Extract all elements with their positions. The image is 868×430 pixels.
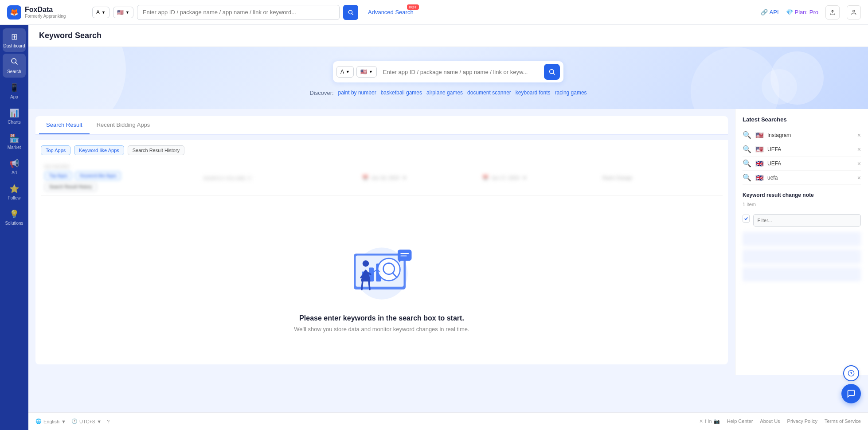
history-btn2[interactable]: Search Result History (44, 182, 97, 192)
hero-country-selector[interactable]: 🇺🇸▼ (356, 66, 377, 78)
sidebar-item-market[interactable]: 🏪 Market (3, 130, 26, 153)
logo-area: 🦊 FoxData Formerly Appranking (7, 5, 87, 20)
user-button[interactable] (847, 5, 861, 20)
content-area: Search Result Recent Bidding Apps Top Ap… (28, 109, 868, 375)
language-label: English (43, 419, 59, 424)
hero-search-input[interactable] (379, 67, 541, 77)
svg-line-22 (362, 281, 363, 289)
footer: 🌐 English ▼ 🕐 UTC+8 ▼ ? ✕ f in 📷 Help Ce… (28, 412, 868, 430)
store-selector[interactable]: A▼ (92, 7, 109, 18)
sidebar-label-app: App (10, 94, 18, 99)
empty-state-subtitle: We'll show you store data and monitor ke… (294, 326, 469, 332)
discover-tag-4[interactable]: keyboard fonts (516, 89, 551, 97)
tab-recent-bidding[interactable]: Recent Bidding Apps (90, 116, 157, 134)
nav-search-input[interactable] (137, 5, 340, 20)
footer-privacy-policy[interactable]: Privacy Policy (787, 418, 817, 424)
search-history-flag-2: 🔍 (743, 159, 751, 168)
svg-point-0 (348, 10, 352, 14)
footer-left: 🌐 English ▼ 🕐 UTC+8 ▼ ? (35, 418, 109, 424)
help-selector[interactable]: ? (107, 419, 109, 424)
timezone-selector[interactable]: 🕐 UTC+8 ▼ (71, 418, 102, 424)
sidebar-item-search[interactable]: Search (3, 54, 26, 78)
follow-icon: ⭐ (9, 184, 19, 194)
tab-search-result[interactable]: Search Result (39, 116, 90, 134)
discover-tag-1[interactable]: basketball games (381, 89, 422, 97)
advanced-search-button[interactable]: Advanced Search HOT (364, 6, 418, 18)
language-selector[interactable]: 🌐 English ▼ (35, 418, 66, 424)
change-note-checkbox[interactable] (743, 215, 750, 223)
close-icon[interactable]: ✕ (699, 418, 703, 424)
sidebar-item-app[interactable]: 📱 App (3, 79, 26, 103)
search-history-country-1: 🇺🇸 (755, 146, 764, 152)
charts-icon: 📊 (9, 108, 19, 118)
sidebar-item-charts[interactable]: 📊 Charts (3, 105, 26, 128)
svg-rect-15 (398, 250, 412, 261)
change-note-section: Keyword result change note 1 item (743, 192, 861, 281)
svg-point-26 (848, 370, 854, 376)
main-content: Keyword Search A▼ 🇺🇸▼ Discover: paint by… (28, 25, 868, 430)
solutions-icon: 💡 (9, 209, 19, 219)
top-apps-button[interactable]: Top Apps (41, 145, 70, 155)
empty-state-illustration (342, 226, 422, 305)
chat-float-button[interactable] (841, 384, 861, 403)
page-header: Keyword Search (28, 25, 868, 47)
top-nav: 🦊 FoxData Formerly Appranking A▼ 🇺🇸▼ Adv… (0, 0, 868, 25)
plan-button[interactable]: 💎Plan: Pro (786, 9, 818, 16)
hero-search-button[interactable] (544, 64, 560, 80)
globe-icon: 🌐 (35, 418, 42, 424)
upload-button[interactable] (825, 5, 840, 20)
kw-similar-btn2[interactable]: Keyword-like Apps (75, 171, 121, 180)
date-range-crawl: 📅Jun 18, 2024▼ (362, 175, 479, 181)
sidebar-item-follow[interactable]: ⭐ Follow (3, 180, 26, 204)
date-range-rank: 📅Jun 17, 2024▼ (482, 175, 599, 181)
linkedin-icon[interactable]: in (708, 418, 712, 424)
svg-line-23 (369, 281, 370, 289)
discover-tag-5[interactable]: racing games (555, 89, 587, 97)
search-history-close-3[interactable]: × (857, 174, 861, 181)
latest-searches-title: Latest Searches (743, 116, 861, 123)
sidebar-label-dashboard: Dashboard (4, 43, 25, 48)
nav-search-button[interactable] (343, 5, 358, 20)
top-apps-btn2[interactable]: Top Apps (44, 171, 72, 180)
market-icon: 🏪 (9, 133, 19, 143)
footer-terms[interactable]: Terms of Service (825, 418, 861, 424)
search-volume-col-header: SEARCH VOLUME ⓘ (203, 174, 359, 182)
discover-tag-0[interactable]: paint by number (338, 89, 376, 97)
app-icon: 📱 (9, 83, 19, 93)
discover-tag-2[interactable]: airplane games (426, 89, 463, 97)
instagram-icon[interactable]: 📷 (714, 418, 720, 424)
footer-help-center[interactable]: Help Center (727, 418, 753, 424)
discover-tag-3[interactable]: document scanner (467, 89, 511, 97)
search-history-flag-0: 🔍 (743, 131, 751, 139)
blurred-col-5: Rank Change (602, 175, 719, 180)
search-history-country-3: 🇬🇧 (755, 175, 764, 181)
nav-right: 🔗API 💎Plan: Pro (761, 5, 861, 20)
help-float-button[interactable] (843, 365, 859, 381)
sidebar-item-solutions[interactable]: 💡 Solutions (3, 206, 26, 229)
footer-social-icons: ✕ f in 📷 (699, 418, 720, 424)
sidebar-item-dashboard[interactable]: ⊞ Dashboard (3, 28, 26, 52)
keyword-similar-button[interactable]: Keyword-like Apps (74, 145, 124, 155)
search-history-close-0[interactable]: × (857, 132, 861, 139)
sidebar-label-follow: Follow (8, 195, 21, 200)
search-history-flag-1: 🔍 (743, 145, 751, 153)
footer-right: ✕ f in 📷 Help Center About Us Privacy Po… (699, 418, 861, 424)
search-history-close-2[interactable]: × (857, 160, 861, 167)
footer-about-us[interactable]: About Us (760, 418, 780, 424)
empty-state-title: Please enter keywords in the search box … (299, 314, 464, 322)
hero-store-selector[interactable]: A▼ (336, 66, 354, 78)
search-history-name-0: Instagram (767, 132, 854, 138)
sidebar-item-ad[interactable]: 📢 Ad (3, 155, 26, 179)
search-history-country-0: 🇺🇸 (755, 132, 764, 138)
search-result-history-button[interactable]: Search Result History (128, 145, 184, 155)
change-note-filter-input[interactable] (753, 214, 861, 227)
facebook-icon[interactable]: f (705, 418, 706, 424)
country-selector[interactable]: 🇺🇸▼ (113, 7, 133, 18)
search-history-item-2: 🔍 🇬🇧 UEFA × (743, 156, 861, 171)
clock-icon: 🕐 (71, 418, 78, 424)
search-history-name-1: UEFA (767, 146, 854, 152)
api-button[interactable]: 🔗API (761, 9, 779, 16)
search-history-close-1[interactable]: × (857, 146, 861, 153)
main-panel: Search Result Recent Bidding Apps Top Ap… (28, 109, 735, 375)
table-area: Top Apps Keyword-like Apps Search Result… (35, 140, 728, 364)
